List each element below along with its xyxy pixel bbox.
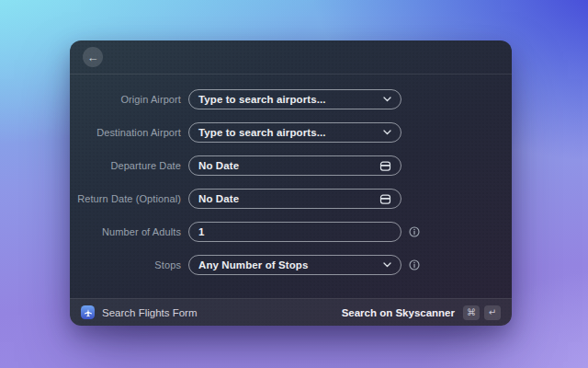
calendar-icon [379, 193, 391, 205]
form-row-departure-date: Departure Date No Date [70, 155, 512, 176]
departure-date-value: No Date [198, 160, 239, 171]
origin-airport-placeholder: Type to search airports... [198, 94, 326, 105]
form-row-origin: Origin Airport Type to search airports..… [70, 89, 512, 109]
chevron-down-icon [383, 130, 391, 135]
info-icon[interactable] [409, 226, 420, 237]
chevron-down-icon [383, 97, 391, 102]
departure-date-picker[interactable]: No Date [188, 155, 401, 176]
form-title: Search Flights Form [102, 307, 198, 318]
action-bar: Search Flights Form Search on Skyscanner… [70, 298, 512, 326]
stops-value: Any Number of Stops [198, 259, 308, 270]
origin-airport-label: Origin Airport [70, 94, 181, 105]
origin-airport-select[interactable]: Type to search airports... [188, 89, 401, 109]
form-row-stops: Stops Any Number of Stops [70, 255, 512, 275]
search-flights-dialog: ← Origin Airport Type to search airports… [70, 40, 512, 326]
adults-value: 1 [198, 226, 205, 237]
destination-airport-label: Destination Airport [70, 127, 181, 138]
chevron-down-icon [383, 262, 391, 268]
return-date-value: No Date [198, 193, 239, 204]
form-row-destination: Destination Airport Type to search airpo… [70, 122, 512, 143]
form-row-return-date: Return Date (Optional) No Date [70, 189, 512, 209]
primary-action-group[interactable]: Search on Skyscanner ⌘ ↵ [342, 305, 501, 320]
adults-input[interactable]: 1 [188, 222, 401, 242]
primary-action-label[interactable]: Search on Skyscanner [342, 307, 455, 318]
departure-date-label: Departure Date [70, 160, 181, 171]
return-date-label: Return Date (Optional) [70, 193, 181, 204]
info-icon[interactable] [409, 259, 420, 270]
stops-label: Stops [70, 259, 181, 270]
return-date-picker[interactable]: No Date [188, 189, 401, 209]
destination-airport-placeholder: Type to search airports... [198, 127, 326, 138]
flight-search-form: Origin Airport Type to search airports..… [70, 74, 512, 275]
command-key-chip: ⌘ [463, 305, 480, 320]
form-row-adults: Number of Adults 1 [70, 222, 512, 242]
airplane-icon [81, 305, 95, 319]
destination-airport-select[interactable]: Type to search airports... [188, 122, 401, 143]
calendar-icon [379, 160, 391, 172]
adults-label: Number of Adults [70, 226, 181, 237]
back-arrow-icon: ← [87, 52, 99, 63]
dialog-header: ← [70, 40, 512, 74]
stops-select[interactable]: Any Number of Stops [188, 255, 401, 275]
return-key-chip: ↵ [484, 305, 501, 320]
back-button[interactable]: ← [83, 47, 103, 67]
